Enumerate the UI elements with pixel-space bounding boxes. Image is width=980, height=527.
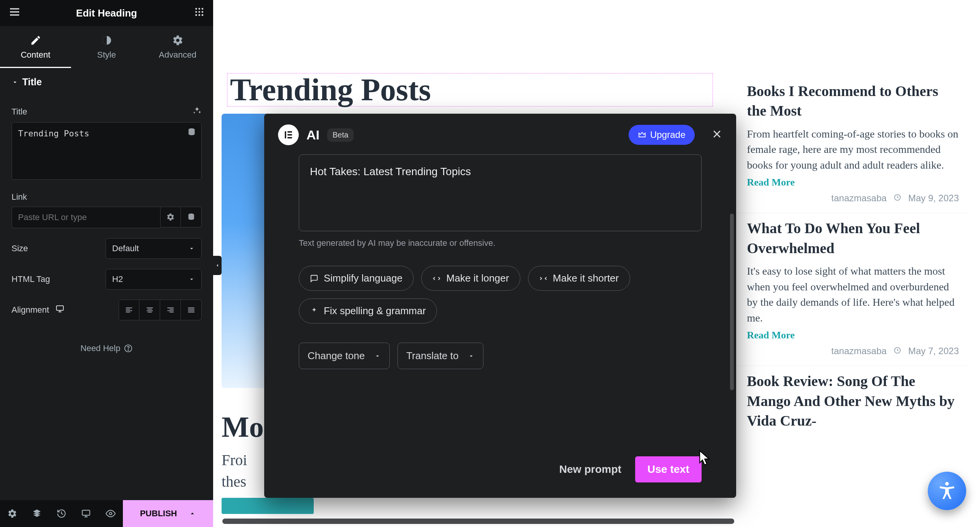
responsive-icon[interactable] [55, 304, 65, 316]
use-text-button[interactable]: Use text [635, 456, 702, 482]
link-dynamic-icon[interactable] [181, 207, 202, 227]
chat-icon [310, 274, 318, 283]
history-icon[interactable] [49, 500, 74, 527]
chevron-down-icon [468, 353, 475, 360]
chevron-down-icon [12, 79, 18, 86]
help-icon [124, 344, 132, 353]
widgets-grid-icon[interactable] [194, 7, 205, 20]
read-more-button-partial[interactable] [222, 498, 314, 514]
menu-icon[interactable] [8, 6, 21, 20]
ai-generated-text[interactable]: Hot Takes: Latest Trending Topics [299, 154, 702, 231]
post-title[interactable]: What To Do When You Feel Overwhelmed [747, 219, 959, 258]
simplify-language-chip[interactable]: Simplify language [299, 266, 414, 291]
fix-grammar-chip[interactable]: Fix spelling & grammar [299, 298, 437, 323]
close-icon[interactable] [712, 129, 722, 141]
elementor-logo-icon [278, 124, 299, 145]
tab-content[interactable]: Content [0, 26, 71, 68]
publish-button[interactable]: PUBLISH [123, 500, 213, 527]
panel-title: Edit Heading [76, 7, 137, 19]
change-tone-select[interactable]: Change tone [299, 343, 390, 369]
make-shorter-chip[interactable]: Make it shorter [528, 266, 630, 291]
svg-rect-20 [82, 510, 90, 515]
svg-rect-27 [288, 131, 292, 133]
svg-point-6 [195, 11, 197, 13]
ai-modal-footer: New prompt Use text [559, 456, 702, 482]
post-excerpt: It's easy to lose sight of what matters … [747, 264, 959, 326]
chevron-up-icon [189, 510, 196, 517]
svg-point-32 [945, 482, 949, 486]
svg-point-19 [128, 350, 129, 351]
size-select[interactable]: Default [106, 238, 202, 259]
svg-point-9 [195, 14, 197, 16]
tab-style-label: Style [97, 50, 116, 60]
size-field-label: Size [12, 244, 28, 254]
tab-content-label: Content [21, 50, 50, 60]
svg-point-23 [109, 512, 112, 515]
post-date: May 9, 2023 [908, 193, 959, 204]
align-right-button[interactable] [160, 300, 181, 320]
title-field-label: Title [12, 107, 27, 117]
ai-modal-header: AI Beta Upgrade [264, 114, 736, 151]
collapse-icon [539, 274, 548, 283]
svg-point-3 [195, 8, 197, 10]
ai-sparkle-icon[interactable] [192, 106, 202, 118]
tag-select[interactable]: H2 [106, 269, 202, 290]
upgrade-button[interactable]: Upgrade [629, 125, 695, 145]
elementor-panel: Edit Heading Content Style Advanced Titl… [0, 0, 213, 527]
svg-rect-28 [288, 134, 292, 136]
align-center-button[interactable] [139, 300, 160, 320]
select-label: Translate to [406, 350, 459, 362]
preview-icon[interactable] [98, 500, 123, 527]
horizontal-scrollbar[interactable] [222, 519, 734, 524]
chevron-down-icon [188, 245, 195, 252]
align-left-button[interactable] [119, 300, 139, 320]
tag-select-value: H2 [112, 274, 123, 284]
crown-icon [638, 131, 646, 139]
ai-modal-scrollbar[interactable] [730, 214, 734, 390]
dynamic-tags-icon[interactable] [187, 128, 196, 139]
make-longer-chip[interactable]: Make it longer [421, 266, 520, 291]
read-more-link[interactable]: Read More [747, 177, 795, 188]
svg-point-5 [202, 8, 204, 10]
align-field-label: Alignment [12, 305, 49, 315]
publish-button-label: PUBLISH [140, 509, 177, 519]
partial-heading: Mo [222, 410, 264, 444]
responsive-mode-icon[interactable] [74, 500, 98, 527]
navigator-icon[interactable] [25, 500, 49, 527]
chevron-left-icon [215, 263, 220, 268]
sidebar-post: What To Do When You Feel Overwhelmed It'… [738, 213, 968, 366]
heading-widget[interactable]: Trending Posts [227, 73, 713, 107]
settings-icon[interactable] [0, 500, 25, 527]
section-title-toggle[interactable]: Title [0, 68, 213, 96]
upgrade-button-label: Upgrade [650, 129, 685, 140]
link-input[interactable] [12, 207, 160, 228]
section-title-label: Title [22, 76, 42, 88]
post-date: May 7, 2023 [908, 346, 959, 356]
sidebar-posts-column: Books I Recommend to Others the Most Fro… [738, 76, 968, 445]
sidebar-post: Book Review: Song Of The Mango And Other… [738, 366, 968, 445]
link-options-icon[interactable] [160, 207, 181, 227]
tab-advanced[interactable]: Advanced [142, 26, 213, 68]
svg-point-11 [202, 14, 204, 16]
partial-text-1: Froi [222, 451, 247, 469]
post-title[interactable]: Book Review: Song Of The Mango And Other… [747, 371, 959, 431]
new-prompt-button[interactable]: New prompt [559, 463, 621, 476]
link-field-label: Link [12, 192, 27, 202]
panel-collapse-button[interactable] [213, 256, 222, 275]
svg-point-4 [199, 8, 200, 10]
align-justify-button[interactable] [181, 300, 202, 320]
accessibility-button[interactable] [928, 472, 966, 510]
post-excerpt: From heartfelt coming-of-age stories to … [747, 126, 959, 173]
translate-select[interactable]: Translate to [397, 343, 483, 369]
tab-style[interactable]: Style [71, 26, 142, 68]
svg-point-8 [202, 11, 204, 13]
chevron-down-icon [374, 353, 381, 360]
post-author: tanazmasaba [831, 193, 887, 204]
post-title[interactable]: Books I Recommend to Others the Most [747, 81, 959, 121]
tag-field-label: HTML Tag [12, 274, 50, 284]
need-help-link[interactable]: Need Help [12, 343, 202, 353]
panel-body: Title Link [0, 106, 213, 353]
read-more-link[interactable]: Read More [747, 330, 795, 341]
title-textarea[interactable] [12, 122, 202, 180]
select-label: Change tone [308, 350, 365, 362]
